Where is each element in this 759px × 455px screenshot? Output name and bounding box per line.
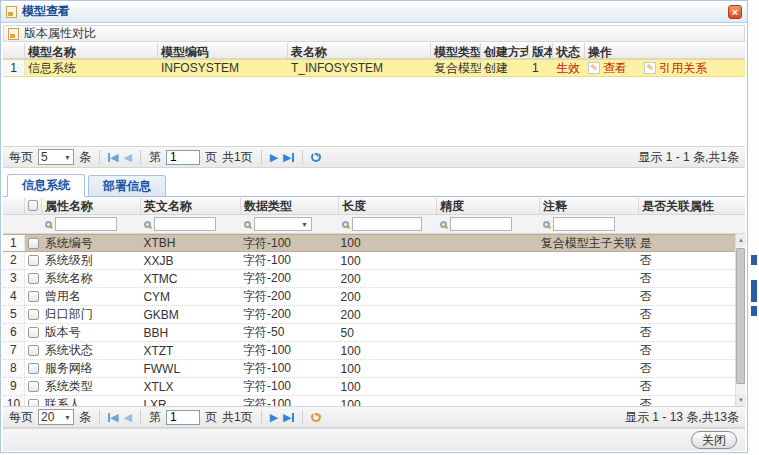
- row-checkbox[interactable]: [28, 238, 39, 249]
- per-page-select[interactable]: 20 ▼: [38, 409, 74, 425]
- attr-length-cell: 200: [338, 289, 436, 305]
- table-row[interactable]: 5 归口部门 GKBM 字符-200 200 否: [3, 306, 735, 324]
- select-all-checkbox[interactable]: [28, 200, 38, 211]
- attr-name-cell: 曾用名: [42, 287, 141, 306]
- filter-input-precision[interactable]: [450, 217, 512, 231]
- search-icon[interactable]: [244, 221, 251, 228]
- vertical-scrollbar[interactable]: ▲ ▼: [735, 234, 745, 406]
- model-row-type: 复合模型: [431, 59, 481, 78]
- search-icon[interactable]: [342, 221, 349, 228]
- attr-data-type-cell: 字符-200: [240, 305, 338, 324]
- row-checkbox[interactable]: [28, 291, 39, 302]
- model-col-version[interactable]: 版本: [529, 43, 553, 58]
- pager-separator: [302, 410, 303, 424]
- row-checkbox[interactable]: [28, 327, 39, 338]
- scroll-down-icon[interactable]: ▼: [736, 394, 746, 406]
- page-label: 第: [149, 409, 161, 426]
- first-page-button[interactable]: ◀: [108, 151, 118, 164]
- prev-page-button[interactable]: ◀: [123, 411, 131, 424]
- table-row[interactable]: 6 版本号 BBH 字符-50 50 否: [3, 324, 735, 342]
- attr-note-cell: [538, 332, 637, 334]
- filter-input-note[interactable]: [553, 217, 615, 231]
- model-col-operation[interactable]: 操作: [585, 43, 745, 58]
- tab-info-system-label: 信息系统: [22, 177, 70, 194]
- row-index: 8: [3, 360, 25, 377]
- table-row[interactable]: 7 系统状态 XTZT 字符-100 100 否: [3, 342, 735, 360]
- row-checkbox[interactable]: [28, 399, 39, 406]
- row-index: 6: [3, 324, 25, 341]
- chevron-down-icon: ▼: [64, 154, 71, 161]
- row-checkbox[interactable]: [28, 381, 39, 392]
- dialog-close-icon[interactable]: ×: [728, 5, 742, 19]
- search-icon[interactable]: [144, 221, 151, 228]
- refresh-icon[interactable]: [311, 152, 321, 162]
- page-number-input[interactable]: [166, 150, 200, 165]
- attr-name-cell: 系统类型: [42, 377, 141, 396]
- total-pages-label: 共1页: [222, 409, 253, 426]
- table-row[interactable]: 4 曾用名 CYM 字符-200 200 否: [3, 288, 735, 306]
- next-page-button[interactable]: ▶: [270, 411, 278, 424]
- row-checkbox[interactable]: [28, 363, 39, 374]
- row-index: 9: [3, 378, 25, 395]
- model-col-status[interactable]: 状态: [553, 43, 585, 58]
- table-row[interactable]: 1 系统编号 XTBH 字符-100 100 复合模型主子关联属性 是: [3, 234, 735, 252]
- model-col-code[interactable]: 模型编码: [158, 43, 288, 58]
- attr-col-data-type[interactable]: 数据类型: [241, 198, 339, 214]
- row-checkbox[interactable]: [28, 273, 39, 284]
- model-row-status-badge: 生效: [553, 59, 585, 78]
- filter-input-english-name[interactable]: [154, 217, 216, 231]
- tab-deploy-info[interactable]: 部署信息: [88, 175, 166, 196]
- model-row-table-name: T_INFOSYSTEM: [288, 60, 431, 76]
- refresh-icon[interactable]: [311, 412, 321, 422]
- table-row[interactable]: 2 系统级别 XXJB 字符-100 100 否: [3, 252, 735, 270]
- model-col-type[interactable]: 模型类型: [431, 43, 481, 58]
- attr-col-length[interactable]: 长度: [339, 198, 437, 214]
- first-page-button[interactable]: ◀: [108, 411, 118, 424]
- attr-table-header: 属性名称 英文名称 数据类型 长度 精度 注释 是否关联属性: [3, 197, 745, 215]
- attr-is-relation-cell: 否: [636, 323, 735, 342]
- attr-data-type-cell: 字符-100: [240, 377, 338, 396]
- attr-col-is-relation[interactable]: 是否关联属性: [639, 198, 738, 214]
- attr-col-precision[interactable]: 精度: [437, 198, 540, 214]
- filter-input-name[interactable]: [55, 217, 117, 231]
- row-checkbox[interactable]: [28, 345, 39, 356]
- attr-col-note[interactable]: 注释: [540, 198, 639, 214]
- attr-precision-cell: [435, 296, 538, 298]
- search-icon[interactable]: [440, 221, 447, 228]
- version-compare-button[interactable]: 版本属性对比: [8, 25, 96, 42]
- attr-note-cell: [538, 314, 637, 316]
- attr-is-relation-cell: 否: [636, 377, 735, 396]
- row-checkbox[interactable]: [28, 255, 39, 266]
- page-number-input[interactable]: [166, 410, 200, 425]
- close-dialog-button[interactable]: 关闭: [691, 431, 737, 449]
- scrollbar-thumb[interactable]: [736, 248, 745, 384]
- table-row[interactable]: 8 服务网络 FWWL 字符-100 100 否: [3, 360, 735, 378]
- scroll-up-icon[interactable]: ▲: [736, 234, 746, 246]
- filter-input-length[interactable]: [352, 217, 422, 231]
- search-icon[interactable]: [45, 221, 52, 228]
- view-action-link[interactable]: 查看: [588, 60, 627, 77]
- last-page-button[interactable]: ▶: [283, 411, 293, 424]
- table-row[interactable]: 9 系统类型 XTLX 字符-100 100 否: [3, 378, 735, 396]
- search-icon[interactable]: [543, 221, 550, 228]
- model-col-create-mode[interactable]: 创建方式: [481, 43, 529, 58]
- tab-info-system[interactable]: 信息系统: [7, 174, 85, 197]
- prev-page-button[interactable]: ◀: [123, 151, 131, 164]
- row-checkbox[interactable]: [28, 309, 39, 320]
- row-checkbox-cell: [25, 291, 42, 302]
- model-table-row[interactable]: 1 信息系统 INFOSYSTEM T_INFOSYSTEM 复合模型 创建 1…: [3, 59, 745, 77]
- table-row[interactable]: 3 系统名称 XTMC 字符-200 200 否: [3, 270, 735, 288]
- per-page-select[interactable]: 5 ▼: [38, 149, 74, 165]
- next-page-button[interactable]: ▶: [270, 151, 278, 164]
- attr-english-name-cell: GKBM: [140, 307, 240, 323]
- pager-separator: [261, 410, 262, 424]
- table-row[interactable]: 10 联系人 LXR 字符-100 100 否: [3, 396, 735, 406]
- model-col-table[interactable]: 表名称: [288, 43, 431, 58]
- filter-select-data-type[interactable]: ▼: [254, 217, 312, 231]
- model-col-name[interactable]: 模型名称: [25, 43, 158, 58]
- attr-col-name[interactable]: 属性名称: [42, 198, 141, 214]
- chevron-down-icon: ▼: [301, 221, 308, 228]
- attr-col-english-name[interactable]: 英文名称: [141, 198, 241, 214]
- last-page-button[interactable]: ▶: [283, 151, 293, 164]
- reference-relation-link[interactable]: 引用关系: [644, 60, 707, 77]
